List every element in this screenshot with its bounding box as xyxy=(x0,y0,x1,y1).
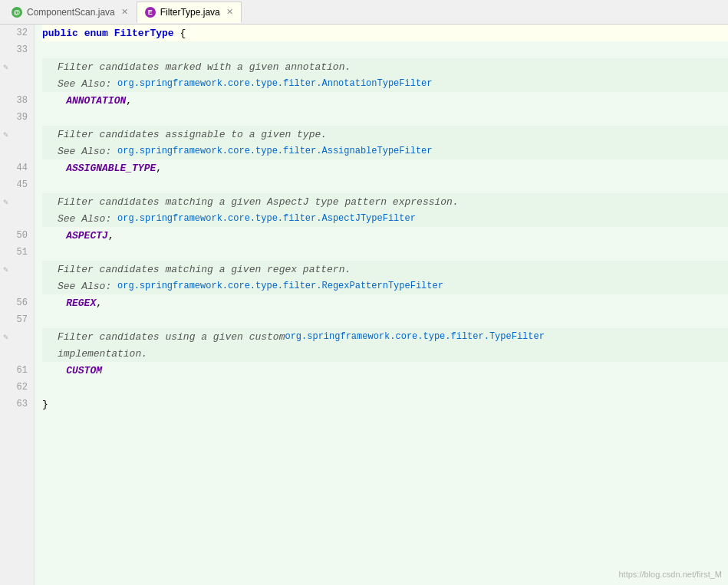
class-name: FilterType xyxy=(114,28,174,39)
doc-see-2: See Also: org.springframework.core.type.… xyxy=(42,143,728,159)
line-50: 50 xyxy=(0,227,34,244)
tab-filter-type-close[interactable]: ✕ xyxy=(226,7,233,17)
enum-aspectj: ASPECTJ xyxy=(66,230,108,242)
doc-see-4: See Also: org.springframework.core.type.… xyxy=(42,278,728,294)
line-56-code: REGEX, xyxy=(42,294,728,311)
doc-comment-5b: implementation. xyxy=(42,345,728,362)
line-see4 xyxy=(0,278,34,294)
line-doc5b xyxy=(0,345,34,362)
line-numbers: 32 33 ✎ 38 39 ✎ 44 45 ✎ 50 51 ✎ 56 57 ✎ … xyxy=(0,25,35,585)
comment-text-3: Filter candidates matching a given Aspec… xyxy=(58,196,459,208)
tab-component-scan-label: ComponentScan.java xyxy=(27,7,115,18)
line-56: 56 xyxy=(0,294,34,311)
line-32: 32 xyxy=(0,25,34,41)
enum-annotation: ANNOTATION xyxy=(66,95,126,107)
comment-text-1: Filter candidates marked with a given an… xyxy=(58,61,351,73)
hint-icon-1[interactable]: ✎ xyxy=(3,62,8,72)
line-doc4: ✎ xyxy=(0,261,34,278)
doc-comment-4: Filter candidates matching a given regex… xyxy=(42,261,728,278)
editor: 32 33 ✎ 38 39 ✎ 44 45 ✎ 50 51 ✎ 56 57 ✎ … xyxy=(0,25,728,585)
line-50-code: ASPECTJ, xyxy=(42,227,728,244)
comment-text-5a: Filter candidates using a given custom xyxy=(58,331,285,343)
line-39: 39 xyxy=(0,109,34,126)
see-also-link-2[interactable]: org.springframework.core.type.filter.Ass… xyxy=(117,146,432,156)
enum-custom: CUSTOM xyxy=(66,365,102,376)
doc-see-3: See Also: org.springframework.core.type.… xyxy=(42,210,728,227)
line-see2 xyxy=(0,143,34,159)
line-63-code: } xyxy=(42,396,728,412)
doc-comment-2: Filter candidates assignable to a given … xyxy=(42,126,728,143)
tab-filter-type-label: FilterType.java xyxy=(160,7,220,18)
line-33: 33 xyxy=(0,41,34,58)
doc-see-1: See Also: org.springframework.core.type.… xyxy=(42,75,728,92)
filter-type-icon: E xyxy=(145,7,156,18)
comment-text-4: Filter candidates matching a given regex… xyxy=(58,264,351,275)
line-see1 xyxy=(0,75,34,92)
line-44-code: ASSIGNABLE_TYPE, xyxy=(42,159,728,176)
line-51-code xyxy=(42,244,728,261)
see-also-link-4[interactable]: org.springframework.core.type.filter.Reg… xyxy=(117,281,443,291)
line-62-code xyxy=(42,379,728,396)
keyword-public: public xyxy=(42,28,78,39)
comment-text-2: Filter candidates assignable to a given … xyxy=(58,129,327,140)
see-also-link-1[interactable]: org.springframework.core.type.filter.Ann… xyxy=(117,78,432,89)
close-brace: } xyxy=(42,399,48,410)
line-51: 51 xyxy=(0,244,34,261)
component-scan-icon: @ xyxy=(12,7,22,18)
comma-1: , xyxy=(126,95,132,107)
see-also-label-3: See Also: xyxy=(58,213,111,225)
see-also-label-4: See Also: xyxy=(58,281,111,292)
line-57: 57 xyxy=(0,311,34,328)
tab-component-scan[interactable]: @ ComponentScan.java ✕ xyxy=(3,2,137,23)
line-see3 xyxy=(0,210,34,227)
line-doc3: ✎ xyxy=(0,193,34,210)
keyword-enum: enum xyxy=(84,28,108,39)
comment-text-5b: implementation. xyxy=(58,348,147,360)
hint-icon-4[interactable]: ✎ xyxy=(3,265,8,274)
tab-bar: @ ComponentScan.java ✕ E FilterType.java… xyxy=(0,0,728,25)
line-45-code xyxy=(42,176,728,193)
see-also-label-2: See Also: xyxy=(58,146,111,157)
hint-icon-5[interactable]: ✎ xyxy=(3,332,8,342)
line-32-code: public enum FilterType { xyxy=(42,25,728,41)
enum-assignable-type: ASSIGNABLE_TYPE xyxy=(66,163,156,174)
tab-component-scan-close[interactable]: ✕ xyxy=(121,7,128,17)
comment-5a-link: org.springframework.core.type.filter.Typ… xyxy=(285,331,544,342)
line-33-code xyxy=(42,41,728,58)
line-doc2: ✎ xyxy=(0,126,34,143)
code-content[interactable]: public enum FilterType { Filter candidat… xyxy=(35,25,728,585)
line-62: 62 xyxy=(0,379,34,396)
line-44: 44 xyxy=(0,159,34,176)
comma-4: , xyxy=(96,297,102,309)
doc-comment-5a: Filter candidates using a given custom o… xyxy=(42,328,728,345)
line-38-code: ANNOTATION, xyxy=(42,92,728,109)
line-39-code xyxy=(42,109,728,126)
see-also-link-3[interactable]: org.springframework.core.type.filter.Asp… xyxy=(117,213,416,224)
line-doc5: ✎ xyxy=(0,328,34,345)
line-45: 45 xyxy=(0,176,34,193)
line-61: 61 xyxy=(0,362,34,379)
hint-icon-2[interactable]: ✎ xyxy=(3,130,8,140)
hint-icon-3[interactable]: ✎ xyxy=(3,197,8,207)
enum-regex: REGEX xyxy=(66,297,96,309)
tab-filter-type[interactable]: E FilterType.java ✕ xyxy=(137,2,242,23)
comma-2: , xyxy=(156,163,162,174)
open-brace: { xyxy=(180,28,186,39)
doc-comment-1: Filter candidates marked with a given an… xyxy=(42,58,728,75)
line-61-code: CUSTOM xyxy=(42,362,728,379)
line-38: 38 xyxy=(0,92,34,109)
comma-3: , xyxy=(108,230,114,242)
line-63: 63 xyxy=(0,396,34,412)
see-also-label-1: See Also: xyxy=(58,78,111,90)
line-doc1: ✎ xyxy=(0,58,34,75)
doc-comment-3: Filter candidates matching a given Aspec… xyxy=(42,193,728,210)
line-57-code xyxy=(42,311,728,328)
